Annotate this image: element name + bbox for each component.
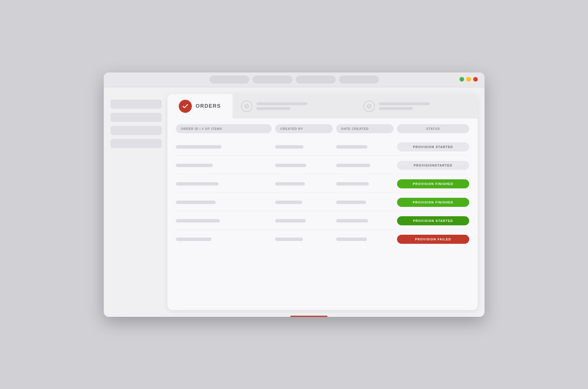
- table-row[interactable]: PROVISION STARTED: [176, 138, 469, 156]
- row2-date-bar: [336, 164, 370, 167]
- table-row[interactable]: PROVISION FINISHED: [176, 175, 469, 193]
- row1-status-cell: PROVISION STARTED: [397, 142, 469, 151]
- tab2-line-1: [256, 102, 307, 105]
- browser-tabs: [109, 76, 479, 84]
- row5-created-cell: [275, 219, 333, 222]
- browser-tab-3[interactable]: [296, 76, 336, 84]
- row3-status-cell: PROVISION FINISHED: [397, 179, 469, 188]
- row5-status-cell: PROVISION STARTED: [397, 216, 469, 225]
- row4-created-cell: [275, 201, 333, 204]
- window-btn-yellow[interactable]: [466, 77, 471, 82]
- tab3-icon: [363, 101, 375, 112]
- row5-order-cell: [176, 219, 272, 222]
- table-row[interactable]: PROVISION FINISHED: [176, 194, 469, 211]
- status-badge: PROVISION STARTED: [397, 142, 469, 151]
- sidebar: [111, 94, 162, 310]
- row6-order-cell: [176, 238, 272, 241]
- row3-order-cell: [176, 182, 272, 186]
- row4-order-cell: [176, 201, 272, 204]
- tab2-icon: [241, 101, 252, 112]
- row5-created-bar: [275, 219, 306, 222]
- table-row[interactable]: PROVISION STARTED: [176, 212, 469, 230]
- sidebar-item-1[interactable]: [111, 100, 162, 109]
- orders-table-area: ORDER ID / # OF ITEMS CREATED BY DATE CR…: [167, 118, 478, 310]
- row6-status-cell: PROVISION FAILED: [397, 235, 469, 244]
- row6-date-bar: [336, 238, 367, 241]
- status-badge: PROVISION FAILED: [397, 235, 469, 244]
- sidebar-item-3[interactable]: [111, 126, 162, 135]
- row2-order-bar: [176, 164, 213, 167]
- orders-tab-label: ORDERS: [196, 103, 221, 109]
- row3-created-bar: [275, 182, 305, 186]
- browser-window: ORDERS: [104, 72, 485, 317]
- col-header-created-by: CREATED BY: [275, 124, 333, 133]
- row4-order-bar: [176, 201, 216, 204]
- row1-created-cell: [275, 145, 333, 149]
- row1-date-bar: [336, 145, 367, 149]
- checkmark-icon: [182, 103, 189, 110]
- table-row[interactable]: PROVISIONSTARTED: [176, 157, 469, 174]
- status-badge: PROVISIONSTARTED: [397, 161, 469, 170]
- row2-created-bar: [275, 164, 306, 167]
- col-header-order-id: ORDER ID / # OF ITEMS: [176, 124, 272, 133]
- row6-date-cell: [336, 238, 394, 241]
- tabs-area: ORDERS: [167, 94, 478, 118]
- row3-date-bar: [336, 182, 369, 186]
- browser-tab-1[interactable]: [209, 76, 249, 84]
- status-badge: PROVISION FINISHED: [397, 198, 469, 207]
- row1-date-cell: [336, 145, 394, 149]
- col-header-status: STATUS: [397, 124, 469, 133]
- browser-titlebar: [104, 72, 485, 87]
- tab3-line-2: [379, 107, 413, 110]
- active-tab-underline: [290, 316, 327, 317]
- status-badge: PROVISION STARTED: [397, 216, 469, 225]
- row6-order-bar: [176, 238, 211, 241]
- main-content-panel: ORDERS: [167, 94, 478, 310]
- browser-tab-4[interactable]: [339, 76, 379, 84]
- row2-created-cell: [275, 164, 333, 167]
- row5-order-bar: [176, 219, 220, 222]
- tab-inactive-3[interactable]: [355, 94, 477, 118]
- row4-status-cell: PROVISION FINISHED: [397, 198, 469, 207]
- window-controls: [460, 77, 478, 82]
- sidebar-item-4[interactable]: [111, 139, 162, 148]
- table-header: ORDER ID / # OF ITEMS CREATED BY DATE CR…: [176, 124, 469, 133]
- row2-status-cell: PROVISIONSTARTED: [397, 161, 469, 170]
- row3-created-cell: [275, 182, 333, 186]
- row1-created-bar: [275, 145, 304, 149]
- row1-order-bar: [176, 145, 221, 149]
- tab2-check-icon: [244, 104, 249, 109]
- row6-created-cell: [275, 238, 333, 241]
- row2-date-cell: [336, 164, 394, 167]
- row3-date-cell: [336, 182, 394, 186]
- tab3-check-icon: [367, 104, 372, 109]
- row1-order-cell: [176, 145, 272, 149]
- browser-tab-2[interactable]: [253, 76, 292, 84]
- window-btn-green[interactable]: [460, 77, 464, 82]
- row6-created-bar: [275, 238, 303, 241]
- status-badge: PROVISION FINISHED: [397, 179, 469, 188]
- col-header-date-created: DATE CREATED: [336, 124, 394, 133]
- tab-orders[interactable]: ORDERS: [167, 94, 232, 118]
- table-row[interactable]: PROVISION FAILED: [176, 231, 469, 248]
- sidebar-item-2[interactable]: [111, 113, 162, 122]
- row2-order-cell: [176, 164, 272, 167]
- table-rows: PROVISION STARTED: [176, 138, 469, 248]
- tab2-lines: [256, 102, 307, 110]
- browser-body: ORDERS: [104, 87, 485, 317]
- tab3-lines: [379, 102, 430, 110]
- row4-created-bar: [275, 201, 302, 204]
- row3-order-bar: [176, 182, 219, 186]
- row5-date-bar: [336, 219, 368, 222]
- row5-date-cell: [336, 219, 394, 222]
- tab-inactive-2[interactable]: [232, 94, 355, 118]
- orders-tab-icon: [179, 100, 192, 113]
- window-btn-red[interactable]: [473, 77, 478, 82]
- row4-date-cell: [336, 201, 394, 204]
- row4-date-bar: [336, 201, 366, 204]
- tab2-line-2: [256, 107, 290, 110]
- tab3-line-1: [379, 102, 430, 105]
